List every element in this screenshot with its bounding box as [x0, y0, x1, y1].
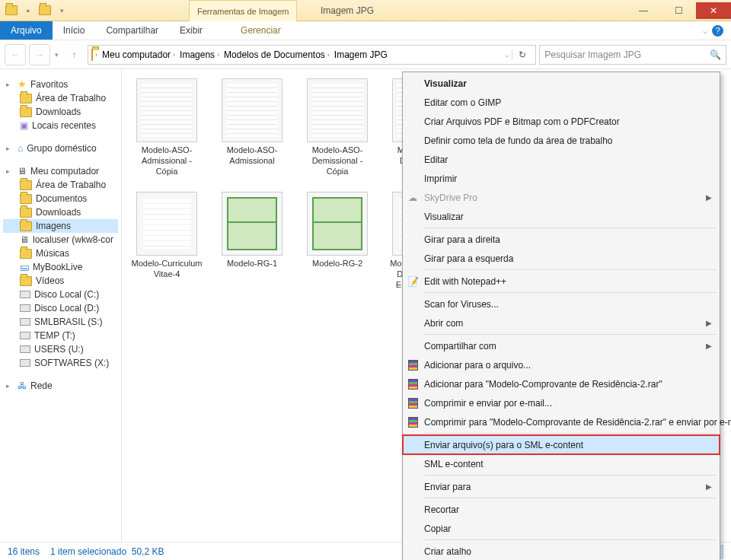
quick-access-toolbar: ▫ ▾ [0, 4, 69, 18]
qat-dropdown-icon[interactable]: ▾ [55, 4, 69, 18]
ctx-scan-virus[interactable]: Scan for Viruses... [403, 294, 720, 313]
breadcrumb-seg[interactable]: Imagens› [177, 49, 222, 60]
ctx-sml[interactable]: SML e-content [403, 454, 720, 473]
tab-share[interactable]: Compartilhar [95, 21, 169, 40]
ctx-notepad[interactable]: 📝Edit with Notepad++ [403, 272, 720, 291]
up-button[interactable]: ↑ [63, 44, 85, 65]
ribbon-expand-icon[interactable]: ⌵ [703, 27, 707, 35]
separator [424, 475, 717, 476]
ctx-add-rar[interactable]: Adicionar para "Modelo-Comprovante de Re… [403, 374, 720, 393]
nav-tree[interactable]: ▸★Favoritos Área de Trabalho Downloads ▣… [0, 69, 122, 542]
tree-item[interactable]: SMLBRASIL (S:) [3, 315, 118, 329]
ctx-send-to[interactable]: Enviar para▶ [403, 477, 720, 496]
forward-button[interactable]: → [29, 44, 50, 65]
status-item-count: 16 itens [8, 546, 40, 557]
tree-network[interactable]: ▸🖧Rede [3, 379, 118, 393]
file-item[interactable]: Modelo-ASO-Demissional - Cópia [302, 78, 373, 177]
ctx-share-with[interactable]: Compartilhar com▶ [403, 336, 720, 355]
ctx-imprimir[interactable]: Imprimir [403, 169, 720, 188]
breadcrumb-seg[interactable]: Meu computador› [100, 49, 177, 60]
tree-item[interactable]: SOFTWARES (X:) [3, 356, 118, 370]
tree-item[interactable]: Músicas [3, 247, 118, 260]
address-dropdown-icon[interactable]: ⌵ [502, 51, 512, 59]
recent-dropdown-icon[interactable]: ▾ [53, 51, 60, 59]
tab-file[interactable]: Arquivo [0, 21, 53, 40]
ctx-sml-send[interactable]: Enviar arquivo(s) para o SML e-content [403, 435, 720, 454]
window-title: Imagem JPG [69, 5, 626, 16]
tree-homegroup[interactable]: ▸⌂Grupo doméstico [3, 142, 118, 155]
ctx-visualizar[interactable]: Visualizar [403, 74, 720, 93]
file-item[interactable]: Modelo-ASO-Admissional [216, 78, 288, 177]
help-icon[interactable]: ? [712, 25, 723, 37]
separator [424, 292, 717, 293]
ctx-copy[interactable]: Copiar [403, 519, 720, 538]
rar-icon [406, 377, 420, 391]
address-folder-icon [91, 49, 93, 60]
ctx-compress-rar-email[interactable]: Comprimir para "Modelo-Comprovante de Re… [403, 412, 720, 431]
tree-item[interactable]: Área de Trabalho [3, 91, 118, 105]
context-menu: Visualizar Editar com o GIMP Criar Arqui… [402, 72, 720, 560]
tab-manage[interactable]: Gerenciar [230, 21, 292, 40]
refresh-button[interactable]: ↻ [512, 49, 532, 60]
status-selection: 1 item selecionado 50,2 KB [50, 546, 164, 557]
tree-item[interactable]: USERS (U:) [3, 342, 118, 356]
qat-properties-icon[interactable]: ▫ [21, 4, 35, 18]
ctx-gimp[interactable]: Editar com o GIMP [403, 93, 720, 112]
tree-item[interactable]: ▣Locais recentes [3, 119, 118, 132]
tree-item[interactable]: 🖥localuser (wkw8-cor [3, 233, 118, 247]
close-button[interactable]: ✕ [696, 2, 731, 19]
window-controls: — ☐ ✕ [626, 2, 731, 19]
tab-home[interactable]: Início [53, 21, 96, 40]
tree-favorites[interactable]: ▸★Favoritos [3, 77, 118, 91]
ctx-wallpaper[interactable]: Definir como tela de fundo da área de tr… [403, 131, 720, 150]
tree-item[interactable]: Disco Local (C:) [3, 288, 118, 301]
tree-item[interactable]: Vídeos [3, 274, 118, 288]
tree-computer[interactable]: ▸🖥Meu computador [3, 164, 118, 178]
breadcrumb-seg[interactable]: Imagem JPG [332, 49, 390, 60]
chevron-right-icon: ▶ [706, 319, 712, 327]
ctx-compress-email[interactable]: Comprimir e enviar por e-mail... [403, 393, 720, 412]
file-item[interactable]: Modelo-ASO-Admissional - Cópia [131, 78, 203, 177]
tab-view[interactable]: Exibir [169, 21, 213, 40]
address-bar[interactable]: › Meu computador› Imagens› Modelos de Do… [88, 45, 536, 65]
chevron-right-icon: ▶ [706, 482, 712, 491]
file-item[interactable]: Modelo-RG-2 [302, 192, 373, 290]
rar-icon [406, 396, 420, 410]
separator [424, 539, 717, 540]
tree-item[interactable]: Disco Local (D:) [3, 301, 118, 315]
maximize-button[interactable]: ☐ [661, 2, 696, 19]
file-item[interactable]: Modelo-RG-1 [216, 192, 288, 290]
nav-bar: ← → ▾ ↑ › Meu computador› Imagens› Model… [0, 40, 731, 69]
ctx-editar[interactable]: Editar [403, 150, 720, 169]
back-button[interactable]: ← [5, 44, 26, 65]
qat-newfolder-icon[interactable] [38, 4, 52, 18]
contextual-tab-label: Ferramentas de Imagem [189, 0, 297, 21]
separator [424, 334, 717, 335]
tree-item[interactable]: Downloads [3, 205, 118, 219]
search-input[interactable]: Pesquisar Imagem JPG 🔍 [539, 45, 726, 65]
ctx-skydrive[interactable]: ☁SkyDrive Pro▶ [403, 188, 720, 207]
ctx-add-archive[interactable]: Adicionar para o arquivo... [403, 355, 720, 374]
breadcrumb-seg[interactable]: Modelos de Documentos› [222, 49, 332, 60]
file-item[interactable]: Modelo-Curriculum Vitae-4 [131, 192, 203, 290]
ctx-open-with[interactable]: Abrir com▶ [403, 313, 720, 332]
minimize-button[interactable]: — [626, 2, 661, 19]
tree-item[interactable]: TEMP (T:) [3, 329, 118, 342]
tree-item-selected[interactable]: Imagens [3, 219, 118, 233]
separator [424, 433, 717, 434]
chevron-right-icon: ▶ [706, 342, 712, 350]
tree-item[interactable]: Área de Trabalho [3, 178, 118, 192]
ctx-shortcut[interactable]: Criar atalho [403, 542, 720, 560]
chevron-right-icon: ▶ [706, 193, 712, 202]
ctx-visualizar2[interactable]: Visualizar [403, 207, 720, 226]
search-placeholder: Pesquisar Imagem JPG [544, 49, 641, 60]
ctx-pdfcreator[interactable]: Criar Arquivos PDF e Bitmap com o PDFCre… [403, 112, 720, 131]
tree-item[interactable]: 🖴MyBookLive [3, 260, 118, 274]
cloud-icon: ☁ [406, 191, 420, 205]
ctx-rotate-right[interactable]: Girar para a direita [403, 230, 720, 249]
tree-item[interactable]: Documentos [3, 192, 118, 205]
ctx-rotate-left[interactable]: Girar para a esquerda [403, 249, 720, 268]
title-bar: ▫ ▾ Ferramentas de Imagem Imagem JPG — ☐… [0, 0, 731, 21]
ctx-cut[interactable]: Recortar [403, 500, 720, 519]
tree-item[interactable]: Downloads [3, 105, 118, 119]
